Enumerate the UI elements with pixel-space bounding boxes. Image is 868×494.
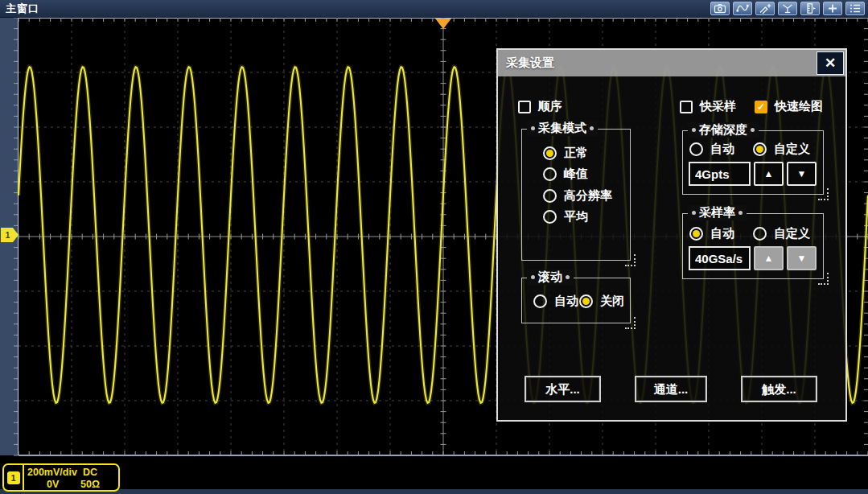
radio-peak[interactable]: 峰值 (543, 166, 588, 182)
radio-label: 自定义 (774, 142, 810, 157)
checkbox-fast-acquire[interactable]: 快采样 (680, 99, 736, 114)
channel1-info-box[interactable]: 1 200mV/div DC 0V 50Ω (2, 463, 120, 492)
acquisition-settings-dialog: 采集设置 ✕ 顺序 快采样 快速绘图 采集模式 正常 (496, 48, 847, 422)
oscilloscope-screen: 1 主窗口 (0, 0, 868, 494)
radio-selected-icon (543, 146, 557, 160)
group-corner-decoration (818, 273, 829, 285)
radio-roll-auto[interactable]: 自动 (533, 293, 578, 309)
radio-label: 自动 (554, 294, 578, 309)
radio-selected-icon (579, 294, 593, 308)
sample-rate-input[interactable] (689, 246, 751, 270)
horizontal-settings-button[interactable]: 水平... (525, 376, 601, 402)
checkbox-fast-plot[interactable]: 快速绘图 (755, 99, 823, 114)
radio-memory-auto[interactable]: 自动 (689, 141, 734, 157)
menu-list-icon[interactable] (845, 2, 865, 15)
group-legend: 存储深度 (688, 122, 759, 138)
sample-rate-decrement-button (787, 246, 817, 270)
radio-label: 峰值 (564, 167, 588, 182)
channel-settings-button[interactable]: 通道... (635, 376, 707, 402)
volts-per-div: 200mV/div (27, 467, 77, 478)
radio-label: 正常 (564, 146, 588, 161)
window-title-bar: 主窗口 (0, 0, 868, 18)
group-legend: 采集模式 (527, 121, 598, 136)
group-legend: 滚动 (527, 270, 574, 285)
group-corner-decoration (818, 188, 829, 200)
roll-group: 滚动 自动 关闭 (521, 278, 631, 323)
radio-label: 自定义 (774, 226, 810, 241)
checkbox-label: 顺序 (538, 99, 562, 114)
checkbox-icon (680, 101, 693, 113)
radio-label: 自动 (710, 142, 734, 157)
waveform-curve-icon[interactable] (733, 2, 752, 15)
window-title: 主窗口 (0, 2, 39, 16)
group-corner-decoration (625, 317, 636, 329)
impedance: 50Ω (80, 479, 100, 490)
add-icon[interactable] (823, 2, 842, 15)
checkbox-row: 顺序 快采样 快速绘图 (498, 99, 845, 115)
ruler-icon[interactable] (800, 2, 820, 15)
toolbar (710, 2, 868, 15)
dialog-title-bar[interactable]: 采集设置 (498, 50, 845, 76)
radio-icon (543, 210, 557, 224)
radio-selected-icon (689, 227, 703, 241)
radio-icon (689, 142, 703, 156)
checkbox-label: 快采样 (700, 99, 736, 114)
camera-icon[interactable] (710, 2, 730, 15)
radio-icon (753, 227, 767, 241)
acquisition-mode-group: 采集模式 正常 峰值 高分辨率 平均 (521, 129, 631, 261)
radio-label: 高分辨率 (564, 188, 612, 204)
radio-samplerate-auto[interactable]: 自动 (689, 225, 734, 241)
dialog-title: 采集设置 (498, 56, 554, 71)
radio-icon (543, 189, 557, 203)
radio-label: 平均 (564, 209, 588, 224)
sample-rate-group: 采样率 自动 自定义 (682, 213, 824, 279)
sample-rate-increment-button (754, 246, 784, 270)
radio-icon (533, 294, 547, 308)
radio-label: 自动 (710, 226, 734, 241)
radio-normal[interactable]: 正常 (543, 145, 588, 161)
radio-roll-off[interactable]: 关闭 (579, 293, 624, 309)
annotate-icon[interactable] (755, 2, 775, 15)
offset: 0V (47, 479, 59, 490)
trigger-position-marker[interactable] (435, 19, 451, 29)
radio-icon (543, 167, 557, 181)
group-corner-decoration (625, 254, 636, 266)
radio-selected-icon (753, 142, 767, 156)
channel-number-badge: 1 (7, 471, 20, 484)
memory-depth-group: 存储深度 自动 自定义 (682, 130, 824, 195)
memory-depth-input[interactable] (689, 162, 751, 186)
trigger-settings-button[interactable]: 触发... (741, 376, 817, 402)
radio-average[interactable]: 平均 (543, 208, 588, 224)
channel-info-text: 200mV/div DC 0V 50Ω (24, 465, 118, 490)
memory-depth-decrement-button[interactable] (787, 162, 817, 186)
checkbox-checked-icon (755, 101, 767, 113)
memory-depth-increment-button[interactable] (754, 162, 784, 186)
close-icon[interactable]: ✕ (817, 51, 844, 75)
checkbox-sequence[interactable]: 顺序 (518, 99, 562, 114)
radio-memory-custom[interactable]: 自定义 (753, 141, 810, 157)
radio-high-resolution[interactable]: 高分辨率 (543, 187, 612, 204)
checkbox-label: 快速绘图 (775, 99, 823, 114)
radio-samplerate-custom[interactable]: 自定义 (753, 225, 810, 241)
bottom-status-bar (0, 489, 868, 494)
checkbox-icon (518, 101, 531, 113)
radio-label: 关闭 (600, 294, 624, 309)
antenna-icon[interactable] (778, 2, 797, 15)
group-legend: 采样率 (688, 205, 747, 220)
coupling: DC (83, 467, 97, 478)
channel-badge-column: 1 (4, 465, 24, 490)
